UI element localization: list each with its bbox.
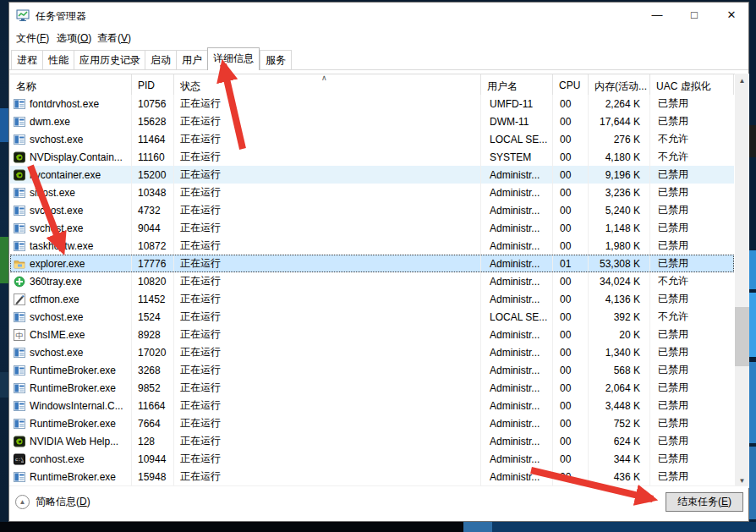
cell-memory: 3,448 K <box>589 397 650 414</box>
menu-view[interactable]: 查看(V) <box>97 31 131 46</box>
cell-cpu: 00 <box>553 95 589 112</box>
table-row[interactable]: explorer.exe 17776 正在运行 Administr... 01 … <box>10 255 734 272</box>
cell-user: SYSTEM <box>481 148 553 166</box>
tab-performance[interactable]: 性能 <box>42 50 74 69</box>
cell-cpu: 01 <box>553 255 589 272</box>
cell-uac: 不允许 <box>650 130 734 148</box>
table-row[interactable]: dwm.exe 15628 正在运行 DWM-11 00 17,644 K 已禁… <box>10 112 734 130</box>
cell-status: 正在运行 <box>174 237 481 255</box>
cell-status: 正在运行 <box>174 148 481 166</box>
table-row[interactable]: svchost.exe 11464 正在运行 LOCAL SE... 00 27… <box>10 130 734 148</box>
tab-users[interactable]: 用户 <box>176 50 208 69</box>
tab-details[interactable]: 详细信息 <box>207 47 260 70</box>
vertical-scrollbar[interactable]: ▲ ▼ <box>735 74 749 488</box>
tab-strip: 进程 性能 应用历史记录 启动 用户 详细信息 服务 <box>9 47 748 70</box>
close-button[interactable]: ✕ <box>715 3 748 27</box>
column-header-cpu[interactable]: CPU <box>553 74 589 95</box>
cell-name: ctfmon.exe <box>10 290 132 308</box>
table-row[interactable]: RuntimeBroker.exe 15948 正在运行 Administr..… <box>10 468 734 485</box>
cell-user: Administr... <box>481 272 553 290</box>
cell-status: 正在运行 <box>174 432 481 450</box>
cell-uac: 不允许 <box>650 308 734 326</box>
cell-uac: 不允许 <box>650 148 734 166</box>
table-row[interactable]: ctfmon.exe 11452 正在运行 Administr... 00 4,… <box>10 290 734 308</box>
cell-memory: 5,240 K <box>589 201 650 219</box>
cell-pid: 128 <box>132 432 174 450</box>
window-icon <box>14 382 25 394</box>
cell-cpu: 00 <box>553 308 589 326</box>
table-row[interactable]: c:\conhost.exe 10944 正在运行 Administr... 0… <box>10 450 734 468</box>
tab-startup[interactable]: 启动 <box>145 50 177 69</box>
table-row[interactable]: 360tray.exe 10820 正在运行 Administr... 00 3… <box>10 272 734 290</box>
tab-app-history[interactable]: 应用历史记录 <box>74 50 146 69</box>
cell-memory: 1,148 K <box>589 219 650 237</box>
table-row[interactable]: WindowsInternal.C... 11664 正在运行 Administ… <box>10 397 734 414</box>
column-header-memory[interactable]: 内存(活动... <box>589 74 650 95</box>
tab-processes[interactable]: 进程 <box>11 50 43 69</box>
column-header-uac[interactable]: UAC 虚拟化 <box>650 74 734 95</box>
table-row[interactable]: svchost.exe 17020 正在运行 Administr... 00 1… <box>10 343 734 361</box>
cell-status: 正在运行 <box>174 166 481 184</box>
cell-pid: 10944 <box>132 450 174 468</box>
table-row[interactable]: RuntimeBroker.exe 3268 正在运行 Administr...… <box>10 361 734 379</box>
cell-uac: 已禁用 <box>650 343 734 361</box>
cell-memory: 344 K <box>589 450 650 468</box>
cell-name: NVDisplay.Contain... <box>10 148 132 166</box>
column-header-user[interactable]: 用户名 <box>481 74 553 95</box>
window-icon <box>14 240 25 252</box>
cell-status: 正在运行 <box>174 308 481 326</box>
cell-name: RuntimeBroker.exe <box>10 379 132 397</box>
footer-bar: ▲ 简略信息(D) 结束任务(E) <box>9 485 748 521</box>
table-row[interactable]: svchost.exe 1524 正在运行 LOCAL SE... 00 392… <box>10 308 734 326</box>
menu-options[interactable]: 选项(O) <box>57 31 91 46</box>
cell-user: Administr... <box>481 237 553 255</box>
cell-pid: 17776 <box>132 255 174 272</box>
minimize-button[interactable]: — <box>640 3 674 27</box>
table-row[interactable]: NVIDIA Web Help... 128 正在运行 Administr...… <box>10 432 734 450</box>
nvidia-icon <box>14 151 25 163</box>
cell-uac: 已禁用 <box>650 201 734 219</box>
menu-bar: 文件(F) 选项(O) 查看(V) <box>9 28 748 47</box>
column-header-status[interactable]: 状态 <box>174 74 481 95</box>
cell-user: Administr... <box>481 414 553 432</box>
cell-cpu: 00 <box>553 272 589 290</box>
scrollbar-thumb[interactable] <box>735 307 749 366</box>
menu-file[interactable]: 文件(F) <box>16 31 49 46</box>
cell-pid: 15628 <box>132 112 174 130</box>
cell-cpu: 00 <box>553 361 589 379</box>
column-header-pid[interactable]: PID <box>132 74 174 95</box>
table-row[interactable]: sihost.exe 10348 正在运行 Administr... 00 3,… <box>10 184 734 201</box>
nvidia-icon <box>14 169 25 181</box>
cell-pid: 15200 <box>132 166 174 184</box>
cell-name: svchost.exe <box>10 130 132 148</box>
column-header-name[interactable]: 名称 <box>10 74 132 95</box>
table-row[interactable]: taskhostw.exe 10872 正在运行 Administr... 00… <box>10 237 734 255</box>
cell-pid: 9044 <box>132 219 174 237</box>
cell-cpu: 00 <box>553 130 589 148</box>
cell-pid: 15948 <box>132 468 174 485</box>
table-row[interactable]: svchost.exe 9044 正在运行 Administr... 00 1,… <box>10 219 734 237</box>
cell-status: 正在运行 <box>174 361 481 379</box>
window-icon <box>14 418 25 430</box>
table-row[interactable]: 中ChsIME.exe 8928 正在运行 Administr... 00 20… <box>10 326 734 343</box>
end-task-button[interactable]: 结束任务(E) <box>666 492 743 512</box>
table-row[interactable]: NVDisplay.Contain... 11160 正在运行 SYSTEM 0… <box>10 148 734 166</box>
table-row[interactable]: svchost.exe 4732 正在运行 Administr... 00 5,… <box>10 201 734 219</box>
cell-uac: 已禁用 <box>650 219 734 237</box>
desktop-edge-right <box>749 0 756 532</box>
tab-services[interactable]: 服务 <box>260 50 292 69</box>
window-icon <box>14 400 25 412</box>
cell-status: 正在运行 <box>174 112 481 130</box>
cell-status: 正在运行 <box>174 326 481 343</box>
table-row[interactable]: RuntimeBroker.exe 7664 正在运行 Administr...… <box>10 414 734 432</box>
table-row[interactable]: fontdrvhost.exe 10756 正在运行 UMFD-11 00 2,… <box>10 95 734 112</box>
cell-memory: 17,644 K <box>589 112 650 130</box>
desktop-edge-left <box>0 0 8 532</box>
table-row[interactable]: RuntimeBroker.exe 9852 正在运行 Administr...… <box>10 379 734 397</box>
table-row[interactable]: nvcontainer.exe 15200 正在运行 Administr... … <box>10 166 734 184</box>
cell-user: Administr... <box>481 219 553 237</box>
scroll-up-icon[interactable]: ▲ <box>735 74 749 88</box>
fewer-details-toggle[interactable]: ▲ 简略信息(D) <box>15 495 90 509</box>
cell-name: WindowsInternal.C... <box>10 397 132 414</box>
maximize-button[interactable]: □ <box>677 3 711 27</box>
